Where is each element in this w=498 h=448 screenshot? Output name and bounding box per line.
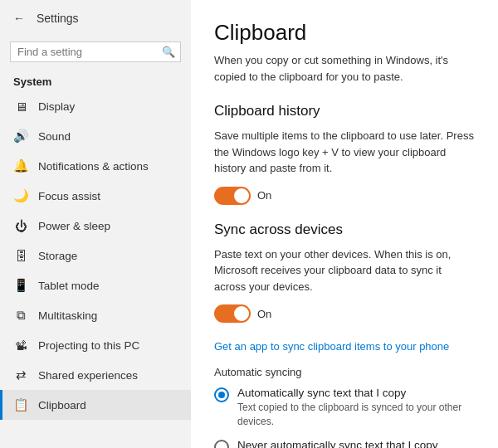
radio-auto-desc: Text copied to the clipboard is synced t…	[237, 401, 475, 429]
main-content: Clipboard When you copy or cut something…	[191, 0, 498, 448]
clipboard-history-toggle[interactable]	[214, 187, 251, 205]
radio-option-auto: Automatically sync text that I copy Text…	[214, 387, 475, 429]
sidebar-item-label: Power & sleep	[38, 220, 110, 232]
clipboard-history-title: Clipboard history	[214, 103, 475, 119]
clipboard-history-toggle-row: On	[214, 187, 475, 205]
sync-devices-section: Sync across devices Paste text on your o…	[214, 222, 475, 449]
back-button[interactable]: ←	[10, 8, 28, 28]
radio-auto-title: Automatically sync text that I copy	[237, 387, 475, 399]
sidebar-item-focus[interactable]: 🌙 Focus assist	[0, 181, 191, 211]
search-input[interactable]	[17, 46, 157, 58]
shared-icon: ⇄	[13, 368, 28, 382]
auto-sync-label: Automatic syncing	[214, 366, 475, 378]
sync-devices-desc: Paste text on your other devices. When t…	[214, 246, 475, 295]
radio-auto-text: Automatically sync text that I copy Text…	[237, 387, 475, 429]
sidebar-title: Settings	[37, 12, 79, 25]
sound-icon: 🔊	[13, 129, 28, 144]
sidebar-item-clipboard[interactable]: 📋 Clipboard	[0, 390, 191, 420]
clipboard-history-toggle-label: On	[257, 189, 271, 202]
page-subtitle: When you copy or cut something in Window…	[214, 52, 475, 85]
sidebar-item-label: Notifications & actions	[38, 160, 149, 173]
sidebar-item-storage[interactable]: 🗄 Storage	[0, 241, 191, 270]
sidebar-item-display[interactable]: 🖥 Display	[0, 91, 191, 121]
tablet-icon: 📱	[13, 278, 28, 293]
power-icon: ⏻	[13, 218, 28, 233]
sidebar-item-power[interactable]: ⏻ Power & sleep	[0, 211, 191, 241]
display-icon: 🖥	[13, 99, 28, 114]
sidebar-item-multitasking[interactable]: ⧉ Multitasking	[0, 300, 191, 330]
sidebar-header: ← Settings	[0, 0, 191, 37]
search-icon: 🔍	[162, 46, 175, 58]
sidebar-item-tablet[interactable]: 📱 Tablet mode	[0, 270, 191, 300]
get-app-link[interactable]: Get an app to sync clipboard items to yo…	[214, 340, 449, 353]
radio-never[interactable]	[214, 440, 229, 448]
multitasking-icon: ⧉	[13, 308, 28, 323]
storage-icon: 🗄	[13, 248, 28, 263]
system-section-label: System	[0, 67, 191, 91]
page-title: Clipboard	[214, 20, 475, 46]
sidebar: ← Settings 🔍 System 🖥 Display 🔊 Sound 🔔 …	[0, 0, 191, 448]
clipboard-icon: 📋	[13, 397, 28, 412]
sidebar-item-label: Tablet mode	[38, 280, 100, 292]
sidebar-item-label: Projecting to this PC	[38, 339, 139, 352]
radio-option-never: Never automatically sync text that I cop…	[214, 439, 475, 448]
focus-icon: 🌙	[13, 188, 28, 203]
notifications-icon: 🔔	[13, 158, 28, 173]
clipboard-history-desc: Save multiple items to the clipboard to …	[214, 128, 475, 177]
sync-devices-toggle-label: On	[257, 308, 271, 320]
sidebar-item-label: Storage	[38, 250, 77, 262]
sidebar-item-label: Shared experiences	[38, 369, 138, 382]
sync-devices-toggle-row: On	[214, 304, 475, 323]
sync-devices-toggle[interactable]	[214, 304, 251, 323]
projecting-icon: 📽	[13, 338, 28, 353]
sync-devices-title: Sync across devices	[214, 222, 475, 238]
sidebar-item-label: Clipboard	[38, 399, 86, 411]
search-box[interactable]: 🔍	[10, 41, 181, 62]
sidebar-item-label: Multitasking	[38, 309, 97, 322]
radio-never-text: Never automatically sync text that I cop…	[237, 439, 475, 448]
radio-auto[interactable]	[214, 387, 229, 402]
clipboard-history-section: Clipboard history Save multiple items to…	[214, 103, 475, 205]
sidebar-item-label: Sound	[38, 130, 71, 143]
sidebar-item-notifications[interactable]: 🔔 Notifications & actions	[0, 151, 191, 181]
sidebar-item-projecting[interactable]: 📽 Projecting to this PC	[0, 330, 191, 360]
sidebar-item-shared[interactable]: ⇄ Shared experiences	[0, 360, 191, 390]
radio-never-title: Never automatically sync text that I cop…	[237, 439, 475, 448]
sidebar-item-sound[interactable]: 🔊 Sound	[0, 121, 191, 151]
sidebar-item-label: Focus assist	[38, 190, 100, 202]
sidebar-item-label: Display	[38, 100, 75, 113]
